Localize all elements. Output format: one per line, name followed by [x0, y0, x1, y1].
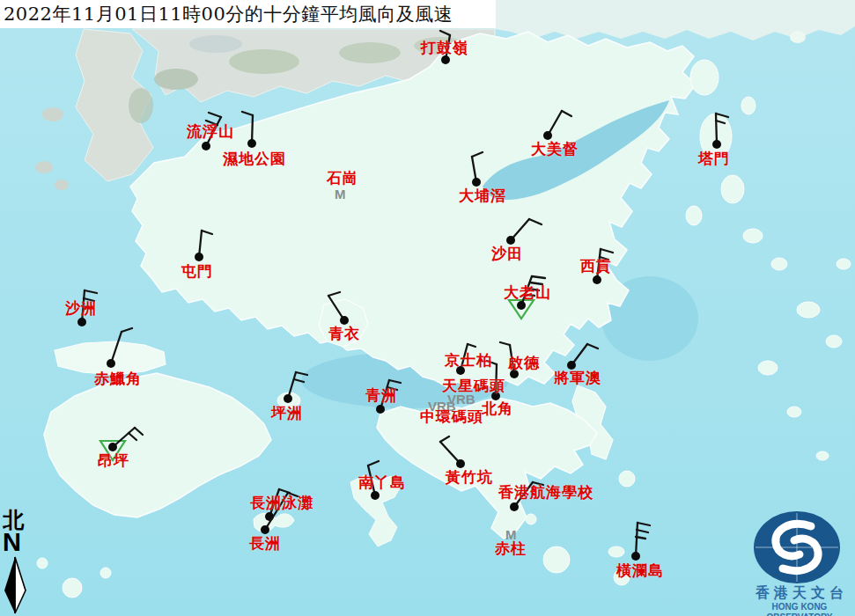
station-dot-ta-kwu-ling — [441, 55, 450, 64]
station-label-sea-school: 香港航海學校 — [498, 485, 593, 500]
station-label-waglan-island: 橫瀾島 — [616, 563, 664, 578]
station-label-stanley: 赤柱 — [495, 541, 527, 556]
station-dot-sai-kung — [593, 275, 601, 284]
station-dot-sha-chau — [77, 318, 86, 326]
station-label-peng-chau: 坪洲 — [271, 406, 303, 421]
station-label-wetland-park: 濕地公園 — [223, 151, 286, 166]
station-label-star-ferry: 天星碼頭 — [442, 378, 505, 393]
station-dot-tai-mei-tuk — [543, 131, 552, 140]
station-label-tap-mun: 塔門 — [698, 151, 730, 166]
station-label-sha-tin: 沙田 — [491, 246, 523, 261]
station-label-ngong-ping: 昂坪 — [98, 453, 129, 468]
wind-map: 2022年11月01日11時00分的十分鐘平均風向及風速 打鼓嶺 流浮山 濕地公… — [0, 0, 855, 616]
station-label-ta-kwu-ling: 打鼓嶺 — [421, 40, 468, 55]
hko-logo: 香港天文台 HONG KONG OBSERVATORY — [744, 509, 855, 616]
station-label-chek-lap-kok: 赤鱲角 — [94, 371, 142, 386]
station-label-tseung-kwan-o: 將軍澳 — [554, 370, 601, 385]
station-dot-cheung-chau — [261, 525, 269, 534]
station-label-kings-park: 京士柏 — [445, 353, 492, 368]
station-label-sha-chau: 沙洲 — [65, 301, 97, 316]
station-label-lamma-island: 南丫島 — [358, 475, 406, 490]
station-dot-ngong-ping — [108, 443, 117, 451]
station-dot-tates-cairn — [517, 301, 526, 310]
station-dot-wetland-park — [247, 139, 256, 148]
station-dot-lamma-island — [371, 491, 380, 500]
station-dot-waglan-island — [631, 552, 640, 561]
station-label-cheung-chau: 長洲 — [249, 536, 281, 551]
hko-logo-chinese: 香港天文台 — [744, 585, 855, 601]
station-dot-tuen-mun — [195, 253, 203, 261]
map-canvas — [0, 0, 855, 616]
station-dot-sha-tin — [506, 236, 515, 245]
north-arrow-icon — [0, 555, 35, 616]
station-label-shek-kong: 石崗 — [327, 171, 358, 186]
title-bar: 2022年11月01日11時00分的十分鐘平均風向及風速 — [0, 0, 496, 28]
station-dot-tap-mun — [712, 140, 721, 149]
station-label-kai-tak: 啟德 — [508, 356, 540, 370]
tung-lung-chau — [619, 471, 635, 487]
station-label-north-point: 北角 — [482, 401, 513, 416]
station-label-tsing-yi: 青衣 — [328, 326, 360, 341]
missing-marker-shek-kong: M — [335, 187, 346, 201]
hko-logo-icon — [744, 509, 855, 588]
station-dot-tai-po-kau — [472, 178, 481, 187]
station-label-green-island: 青洲 — [365, 388, 397, 403]
station-label-tai-mei-tuk: 大美督 — [531, 142, 579, 157]
station-label-central-pier: 中環碼頭 — [420, 409, 483, 424]
station-label-cheung-chau-beach: 長洲泳灘 — [250, 495, 313, 510]
north-letter-label: N — [3, 530, 21, 555]
station-dot-lau-fau-shan — [202, 142, 210, 150]
station-dot-green-island — [376, 405, 385, 414]
station-label-tuen-mun: 屯門 — [181, 264, 213, 279]
station-dot-sea-school — [510, 502, 519, 511]
station-dot-tsing-yi — [340, 316, 349, 325]
hko-logo-english: HONG KONG OBSERVATORY — [742, 602, 855, 616]
station-dot-wong-chuk-hang — [456, 459, 465, 468]
station-dot-peng-chau — [284, 394, 292, 403]
station-dot-chek-lap-kok — [107, 359, 115, 368]
map-title: 2022年11月01日11時00分的十分鐘平均風向及風速 — [4, 2, 453, 26]
station-label-sai-kung: 西貢 — [580, 259, 612, 274]
station-label-wong-chuk-hang: 黃竹坑 — [446, 470, 493, 485]
station-label-tates-cairn: 大老山 — [504, 285, 551, 300]
station-label-tai-po-kau: 大埔滘 — [459, 188, 506, 203]
small-island — [790, 31, 806, 43]
station-label-lau-fau-shan: 流浮山 — [187, 124, 234, 139]
